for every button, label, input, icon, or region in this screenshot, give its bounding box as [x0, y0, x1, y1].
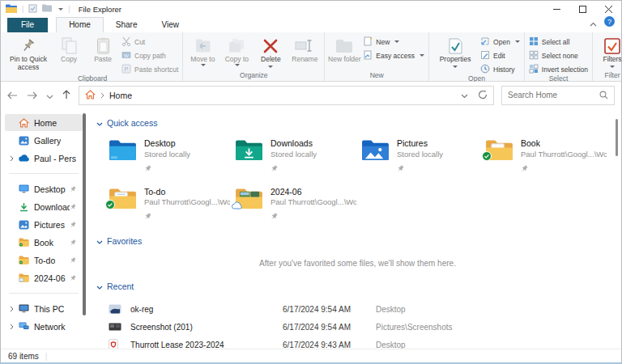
- documents-folder-icon: [485, 138, 513, 162]
- up-button[interactable]: [62, 88, 70, 103]
- recent-row-screenshot-201[interactable]: Screenshot (201) 6/17/2024 9:54 AM Pictu…: [109, 318, 607, 336]
- photos-folder-icon: [235, 187, 263, 210]
- recent-locations-arrow-icon[interactable]: [46, 88, 53, 103]
- properties-button[interactable]: Properties: [432, 33, 479, 68]
- onedrive-icon: [18, 154, 30, 162]
- qat-new-folder-icon[interactable]: [42, 4, 52, 14]
- expand-chevron-icon[interactable]: [10, 324, 18, 330]
- sidebar-item-pictures[interactable]: Pictures: [5, 216, 83, 233]
- address-bar-row: Home: [1, 82, 621, 108]
- tile-2024-06[interactable]: 2024-06 Paul Thurrott\Googl...\Work: [235, 187, 356, 224]
- sidebar-item-onedrive-paul-personal[interactable]: Paul - Personal: [5, 150, 83, 167]
- svg-text:W: W: [124, 53, 129, 57]
- open-button[interactable]: Open: [480, 36, 520, 47]
- select-none-icon: [529, 50, 539, 61]
- tab-view[interactable]: View: [150, 18, 192, 32]
- expand-chevron-icon[interactable]: [10, 306, 18, 312]
- pin-icon: [521, 161, 607, 176]
- delete-button[interactable]: Delete: [253, 33, 288, 68]
- tab-share[interactable]: Share: [104, 18, 150, 32]
- tab-home[interactable]: Home: [56, 17, 104, 32]
- select-all-button[interactable]: Select all: [529, 36, 588, 47]
- expand-chevron-icon[interactable]: [10, 155, 18, 162]
- new-item-button[interactable]: New: [363, 36, 424, 47]
- sidebar-item-book[interactable]: Book: [5, 234, 83, 251]
- help-icon[interactable]: ?: [604, 15, 615, 30]
- copy-path-button[interactable]: WCopy path: [121, 50, 178, 61]
- status-bar: 69 items |: [1, 349, 621, 362]
- pin-to-quick-access-button[interactable]: Pin to Quick access: [5, 33, 52, 72]
- sidebar-item-desktop[interactable]: Desktop: [5, 180, 83, 197]
- select-none-button[interactable]: Select none: [529, 50, 588, 61]
- section-quick-access-header[interactable]: Quick access: [96, 118, 607, 128]
- folder-synced-icon: [18, 238, 30, 247]
- address-bar[interactable]: Home: [79, 86, 494, 105]
- sidebar-item-home[interactable]: Home: [5, 114, 83, 131]
- paste-shortcut-icon: P: [121, 64, 131, 75]
- chevron-down-icon: [96, 118, 103, 128]
- cut-button[interactable]: Cut: [121, 36, 178, 47]
- forward-button[interactable]: [27, 88, 37, 103]
- filters-button[interactable]: Filters: [595, 33, 622, 68]
- close-button[interactable]: [595, 2, 621, 16]
- search-box[interactable]: [501, 86, 615, 105]
- body: Home Gallery Paul - Personal Desktop: [1, 108, 621, 349]
- file-explorer-window: | | File Explorer File Home Share View ?: [0, 0, 622, 364]
- edit-button[interactable]: Edit: [480, 50, 520, 61]
- sidebar-item-2024-06[interactable]: 2024-06: [5, 269, 83, 286]
- paste-button[interactable]: Paste: [86, 33, 120, 64]
- easy-access-button[interactable]: Easy access: [363, 50, 424, 61]
- tile-pictures[interactable]: Pictures Stored locally: [361, 138, 480, 176]
- refresh-icon[interactable]: [478, 90, 488, 101]
- sidebar-scrollbar[interactable]: [83, 113, 86, 315]
- window-controls: [543, 2, 621, 16]
- tab-file[interactable]: File: [7, 18, 48, 32]
- maximize-button[interactable]: [569, 2, 595, 16]
- search-input[interactable]: [508, 91, 599, 99]
- edit-icon: [480, 50, 490, 61]
- paste-icon: [96, 36, 110, 56]
- collapse-ribbon-icon[interactable]: [590, 15, 597, 30]
- move-to-button[interactable]: Move to: [185, 33, 219, 66]
- section-recent-header[interactable]: Recent: [96, 281, 607, 291]
- filters-icon: [603, 36, 621, 56]
- minimize-button[interactable]: [543, 2, 569, 16]
- network-icon: [18, 322, 30, 331]
- back-button[interactable]: [7, 88, 18, 103]
- copy-path-icon: W: [121, 50, 131, 61]
- recent-row-ok-reg[interactable]: ok-reg 6/17/2024 9:54 AM Desktop: [109, 300, 607, 318]
- sidebar-separator: [9, 173, 79, 174]
- tile-book[interactable]: Book Paul Thurrott\Googl...\Work: [485, 138, 607, 176]
- sidebar-item-todo[interactable]: To-do: [5, 252, 83, 269]
- ribbon-group-select: Select all Select none Invert selection …: [525, 32, 593, 81]
- copy-to-button[interactable]: Copy to: [219, 33, 253, 66]
- qat-customize-arrow-icon[interactable]: [58, 8, 63, 11]
- cut-icon: [121, 36, 131, 48]
- address-dropdown-icon[interactable]: [461, 91, 468, 100]
- tile-todo[interactable]: To-do Paul Thurrott\Googl...\Work: [109, 187, 230, 224]
- easy-access-icon: [363, 50, 373, 61]
- sidebar-item-gallery[interactable]: Gallery: [5, 132, 83, 149]
- pictures-folder-icon: [361, 138, 390, 162]
- tile-desktop[interactable]: Desktop Stored locally: [109, 138, 230, 176]
- sidebar-item-network[interactable]: Network: [5, 318, 83, 335]
- section-favorites-header[interactable]: Favorites: [96, 236, 607, 246]
- sidebar-item-downloads[interactable]: Downloads: [5, 198, 83, 215]
- new-folder-button[interactable]: New folder: [327, 33, 361, 64]
- qat-properties-icon[interactable]: [28, 4, 37, 15]
- rename-button[interactable]: Rename: [288, 33, 322, 64]
- synced-badge-icon: [482, 150, 492, 164]
- search-icon[interactable]: [599, 88, 608, 103]
- breadcrumb-home[interactable]: Home: [109, 91, 132, 100]
- copy-button[interactable]: Copy: [52, 33, 86, 64]
- paste-shortcut-button[interactable]: PPaste shortcut: [121, 64, 178, 74]
- invert-selection-button[interactable]: Invert selection: [529, 64, 588, 74]
- pin-icon: [70, 220, 76, 230]
- ribbon-group-new: New folder New Easy access New: [325, 32, 429, 81]
- recent-row-thurrott-lease[interactable]: Thurrott Lease 2023-2024 6/17/2024 9:43 …: [109, 336, 607, 349]
- content-scrollbar[interactable]: [616, 119, 618, 156]
- history-button[interactable]: History: [480, 64, 520, 74]
- sidebar-item-this-pc[interactable]: This PC: [5, 300, 83, 317]
- pin-icon: [271, 209, 356, 223]
- tile-downloads[interactable]: Downloads Stored locally: [235, 138, 356, 176]
